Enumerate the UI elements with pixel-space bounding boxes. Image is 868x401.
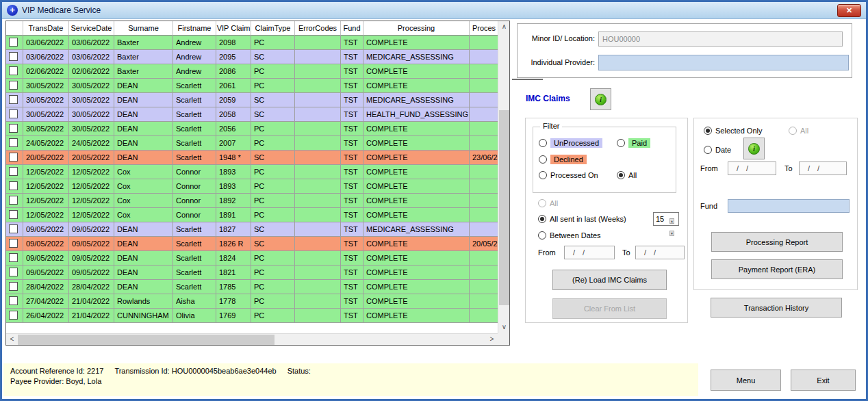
row-checkbox[interactable] <box>9 253 18 262</box>
spin-up-icon[interactable]: ▲ <box>669 218 674 224</box>
row-checkbox[interactable] <box>9 282 18 291</box>
fund-field[interactable] <box>728 199 850 213</box>
table-row[interactable]: 09/05/202209/05/2022DEANScarlett1821PCTS… <box>6 266 498 280</box>
table-row[interactable]: 24/05/202224/05/2022DEANScarlett2007PCTS… <box>6 136 498 151</box>
weeks-stepper[interactable]: 15 ▲ ▼ <box>653 212 679 226</box>
radio-sent-last-weeks[interactable]: All sent in last (Weeks) <box>538 215 626 223</box>
exit-button[interactable]: Exit <box>791 370 856 391</box>
column-header-ClaimType[interactable]: ClaimType <box>251 21 295 36</box>
table-row[interactable]: 30/05/202230/05/2022DEANScarlett2058SCTS… <box>6 107 498 122</box>
row-checkbox[interactable] <box>9 95 18 104</box>
row-checkbox[interactable] <box>9 296 18 305</box>
payment-report-era-button[interactable]: Payment Report (ERA) <box>711 259 843 279</box>
report-to-date-field[interactable]: / / <box>799 161 847 175</box>
table-row[interactable]: 20/05/202220/05/2022DEANScarlett1948 *SC… <box>6 151 498 165</box>
row-checkbox[interactable] <box>9 167 18 176</box>
column-header-Fund[interactable]: Fund <box>341 21 363 36</box>
table-row[interactable]: 30/05/202230/05/2022DEANScarlett2059SCTS… <box>6 93 498 107</box>
table-row[interactable]: 03/06/202203/06/2022BaxterAndrew2098PCTS… <box>6 36 498 50</box>
weeks-value[interactable]: 15 <box>656 214 664 225</box>
scroll-left-icon[interactable]: < <box>6 334 18 346</box>
vertical-scrollbar[interactable]: ∧ ∨ <box>498 21 509 333</box>
spin-down-icon[interactable]: ▼ <box>669 231 674 236</box>
radio-processed-on[interactable]: Processed On <box>539 171 598 179</box>
cell-ClaimType: PC <box>251 136 295 151</box>
processing-report-button[interactable]: Processing Report <box>711 232 843 252</box>
transaction-history-button[interactable]: Transaction History <box>711 298 842 318</box>
close-button[interactable]: ✕ <box>837 4 861 17</box>
cell-Fund: TST <box>341 309 363 323</box>
column-header-Surname[interactable]: Surname <box>114 21 173 36</box>
imc-to-date-field[interactable]: / / <box>635 246 685 259</box>
row-checkbox[interactable] <box>9 181 18 190</box>
column-header-select[interactable] <box>6 21 23 36</box>
row-checkbox[interactable] <box>9 268 18 276</box>
row-checkbox[interactable] <box>9 224 18 233</box>
radio-circle[interactable] <box>538 215 546 223</box>
table-row[interactable]: 09/05/202209/05/2022DEANScarlett1824PCTS… <box>6 251 498 266</box>
radio-circle[interactable] <box>539 171 547 179</box>
table-row[interactable]: 26/04/202221/04/2022CUNNINGHAMOlivia1769… <box>6 309 498 323</box>
imc-from-date-field[interactable]: / / <box>564 246 615 259</box>
radio-circle[interactable] <box>704 127 712 135</box>
row-checkbox[interactable] <box>9 38 18 47</box>
column-header-Firstname[interactable]: Firstname <box>173 21 216 36</box>
report-from-date-field[interactable]: / / <box>728 161 776 175</box>
column-header-TransDate[interactable]: TransDate <box>23 21 69 36</box>
column-header-VIP Claim[interactable]: VIP Claim <box>216 21 251 36</box>
table-row[interactable]: 02/06/202202/06/2022BaxterAndrew2086PCTS… <box>6 64 498 79</box>
row-checkbox[interactable] <box>9 153 18 161</box>
row-checkbox[interactable] <box>9 196 18 205</box>
radio-paid[interactable]: Paid <box>617 138 650 148</box>
table-row[interactable]: 30/05/202230/05/2022DEANScarlett2056PCTS… <box>6 122 498 136</box>
table-row[interactable]: 27/04/202221/04/2022RowlandsAisha1778PCT… <box>6 294 498 309</box>
table-row[interactable]: 12/05/202212/05/2022CoxConnor1893PCTSTCO… <box>6 165 498 179</box>
row-checkbox[interactable] <box>9 239 18 248</box>
radio-circle[interactable] <box>538 231 546 240</box>
row-checkbox[interactable] <box>9 311 18 320</box>
column-header-Proces[interactable]: Proces <box>470 21 498 36</box>
column-header-Processing[interactable]: Processing <box>363 21 470 36</box>
row-checkbox[interactable] <box>9 138 18 147</box>
individual-provider-field[interactable] <box>598 55 849 70</box>
radio-declined[interactable]: Declined <box>539 155 587 164</box>
column-header-ErrorCodes[interactable]: ErrorCodes <box>295 21 341 36</box>
table-row[interactable]: 03/06/202203/06/2022BaxterAndrew2095SCTS… <box>6 50 498 64</box>
table-row[interactable]: 28/04/202228/04/2022DEANScarlett1785PCTS… <box>6 280 498 294</box>
vertical-scroll-thumb[interactable] <box>499 110 509 305</box>
radio-circle[interactable] <box>539 155 547 164</box>
radio-circle[interactable] <box>617 139 625 147</box>
scroll-up-icon[interactable]: ∧ <box>498 21 510 33</box>
row-checkbox[interactable] <box>9 52 18 61</box>
radio-filter-all[interactable]: All <box>617 171 637 179</box>
row-checkbox[interactable] <box>9 109 18 118</box>
reload-imc-claims-button[interactable]: (Re) Load IMC Claims <box>552 270 667 290</box>
radio-date[interactable]: Date <box>704 146 731 154</box>
menu-button[interactable]: Menu <box>711 370 781 391</box>
row-checkbox[interactable] <box>9 124 18 133</box>
table-row[interactable]: 12/05/202212/05/2022CoxConnor1891PCTSTCO… <box>6 208 498 222</box>
radio-circle[interactable] <box>617 171 625 179</box>
horizontal-scrollbar[interactable]: < > <box>6 333 498 345</box>
radio-circle[interactable] <box>539 139 547 147</box>
row-checkbox[interactable] <box>9 66 18 75</box>
minor-id-field[interactable]: HOU00000 <box>598 31 843 47</box>
radio-unprocessed[interactable]: UnProcessed <box>539 138 602 148</box>
table-row[interactable]: 30/05/202230/05/2022DEANScarlett2061PCTS… <box>6 79 498 93</box>
radio-between-dates[interactable]: Between Dates <box>538 231 601 240</box>
radio-selected-only[interactable]: Selected Only <box>704 127 762 135</box>
table-row[interactable]: 09/05/202209/05/2022DEANScarlett1826 RSC… <box>6 237 498 251</box>
imc-info-button[interactable]: i <box>590 88 611 110</box>
table-row[interactable]: 09/05/202209/05/2022DEANScarlett1827SCTS… <box>6 222 498 237</box>
report-info-button[interactable]: i <box>743 138 765 159</box>
column-header-ServiceDate[interactable]: ServiceDate <box>69 21 114 36</box>
cell-Processing: COMPLETE <box>363 266 470 280</box>
scroll-right-icon[interactable]: > <box>486 334 498 346</box>
row-checkbox[interactable] <box>9 81 18 90</box>
table-row[interactable]: 12/05/202212/05/2022CoxConnor1892PCTSTCO… <box>6 194 498 208</box>
horizontal-scroll-thumb[interactable] <box>18 335 275 345</box>
radio-circle[interactable] <box>704 146 712 154</box>
table-row[interactable]: 12/05/202212/05/2022CoxConnor1893PCTSTCO… <box>6 179 498 194</box>
row-checkbox[interactable] <box>9 210 18 219</box>
scroll-down-icon[interactable]: ∨ <box>498 322 510 333</box>
